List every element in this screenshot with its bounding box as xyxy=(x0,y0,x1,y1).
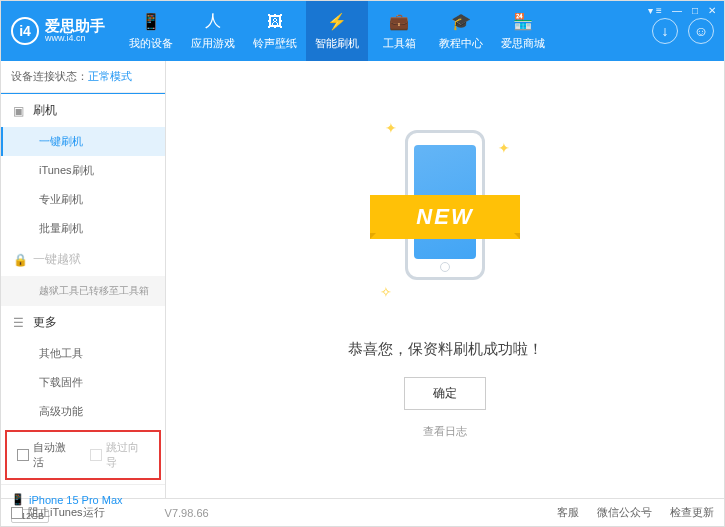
auto-activate-checkbox[interactable]: 自动激活 xyxy=(17,440,76,470)
lock-icon: 🔒 xyxy=(13,253,27,267)
sparkle-icon: ✦ xyxy=(498,140,510,156)
version-label: V7.98.66 xyxy=(165,507,209,519)
app-url: www.i4.cn xyxy=(45,34,105,44)
window-controls: ▾ ≡ — □ ✕ xyxy=(648,5,716,16)
new-ribbon: NEW xyxy=(370,195,520,239)
sidebar-item-download-firmware[interactable]: 下载固件 xyxy=(1,368,165,397)
wechat-link[interactable]: 微信公众号 xyxy=(597,505,652,520)
tutorial-icon: 🎓 xyxy=(451,12,471,32)
nav-toolbox[interactable]: 💼工具箱 xyxy=(368,1,430,61)
flash-options-row: 自动激活 跳过向导 xyxy=(5,430,161,480)
nav-smart-flash[interactable]: ⚡智能刷机 xyxy=(306,1,368,61)
sidebar-item-batch-flash[interactable]: 批量刷机 xyxy=(1,214,165,243)
nav-apps-games[interactable]: 人应用游戏 xyxy=(182,1,244,61)
toolbox-icon: 💼 xyxy=(389,12,409,32)
sidebar-item-pro-flash[interactable]: 专业刷机 xyxy=(1,185,165,214)
store-icon: 🏪 xyxy=(513,12,533,32)
main-content: ✦ ✦ ✧ NEW 恭喜您，保资料刷机成功啦！ 确定 查看日志 xyxy=(166,61,724,498)
wallpaper-icon: 🖼 xyxy=(265,12,285,32)
maximize-icon[interactable]: □ xyxy=(692,5,698,16)
flash-section-icon: ▣ xyxy=(13,104,27,118)
sidebar-item-advanced[interactable]: 高级功能 xyxy=(1,397,165,426)
sidebar-section-jailbreak: 🔒一键越狱 xyxy=(1,243,165,276)
close-icon[interactable]: ✕ xyxy=(708,5,716,16)
download-button[interactable]: ↓ xyxy=(652,18,678,44)
app-header: i4 爱思助手 www.i4.cn 📱我的设备 人应用游戏 🖼铃声壁纸 ⚡智能刷… xyxy=(1,1,724,61)
success-message: 恭喜您，保资料刷机成功啦！ xyxy=(348,340,543,359)
app-title: 爱思助手 xyxy=(45,18,105,35)
header-actions: ↓ ☺ xyxy=(652,18,714,44)
sidebar-section-flash[interactable]: ▣刷机 xyxy=(1,93,165,127)
connection-status: 设备连接状态：正常模式 xyxy=(1,61,165,93)
skip-guide-checkbox[interactable]: 跳过向导 xyxy=(90,440,149,470)
apps-icon: 人 xyxy=(203,12,223,32)
logo-icon: i4 xyxy=(11,17,39,45)
sidebar: 设备连接状态：正常模式 ▣刷机 一键刷机 iTunes刷机 专业刷机 批量刷机 … xyxy=(1,61,166,498)
ok-button[interactable]: 确定 xyxy=(404,377,486,410)
view-log-link[interactable]: 查看日志 xyxy=(423,424,467,439)
more-icon: ☰ xyxy=(13,316,27,330)
sidebar-section-more[interactable]: ☰更多 xyxy=(1,306,165,339)
profile-button[interactable]: ☺ xyxy=(688,18,714,44)
flash-icon: ⚡ xyxy=(327,12,347,32)
main-nav: 📱我的设备 人应用游戏 🖼铃声壁纸 ⚡智能刷机 💼工具箱 🎓教程中心 🏪爱思商城 xyxy=(120,1,652,61)
nav-tutorials[interactable]: 🎓教程中心 xyxy=(430,1,492,61)
nav-my-device[interactable]: 📱我的设备 xyxy=(120,1,182,61)
minimize-icon[interactable]: — xyxy=(672,5,682,16)
sparkle-icon: ✧ xyxy=(380,284,392,300)
nav-ringtone-wallpaper[interactable]: 🖼铃声壁纸 xyxy=(244,1,306,61)
sidebar-item-other-tools[interactable]: 其他工具 xyxy=(1,339,165,368)
device-icon: 📱 xyxy=(141,12,161,32)
sidebar-item-itunes-flash[interactable]: iTunes刷机 xyxy=(1,156,165,185)
check-update-link[interactable]: 检查更新 xyxy=(670,505,714,520)
sparkle-icon: ✦ xyxy=(385,120,397,136)
nav-store[interactable]: 🏪爱思商城 xyxy=(492,1,554,61)
logo: i4 爱思助手 www.i4.cn xyxy=(11,17,105,45)
success-illustration: ✦ ✦ ✧ NEW xyxy=(380,120,510,320)
block-itunes-checkbox[interactable]: 阻止iTunes运行 xyxy=(11,505,105,520)
customer-service-link[interactable]: 客服 xyxy=(557,505,579,520)
settings-icon[interactable]: ▾ ≡ xyxy=(648,5,662,16)
jailbreak-note: 越狱工具已转移至工具箱 xyxy=(1,276,165,306)
sidebar-item-oneclick-flash[interactable]: 一键刷机 xyxy=(1,127,165,156)
